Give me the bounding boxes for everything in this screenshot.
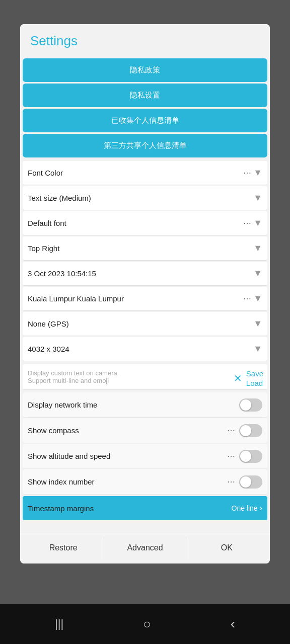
datetime-caret-icon: ▼ xyxy=(253,268,262,279)
save-link[interactable]: Save xyxy=(246,369,263,378)
location-row[interactable]: Kuala Lumpur Kuala Lumpur⋯▼ xyxy=(23,287,267,311)
default-font-dots-icon[interactable]: ⋯ xyxy=(243,218,251,228)
position-row[interactable]: Top Right▼ xyxy=(23,236,267,261)
custom-text-area[interactable]: Display custom text on camera Support mu… xyxy=(23,364,267,390)
location-label: Kuala Lumpur Kuala Lumpur xyxy=(28,294,241,303)
custom-text-actions: ✕ Save Load xyxy=(234,369,263,387)
network-time-row: Display network time xyxy=(23,392,267,418)
custom-text-close[interactable]: ✕ xyxy=(234,372,242,384)
timestamp-label: Timestamp margins xyxy=(28,504,232,513)
datetime-row[interactable]: 3 Oct 2023 10:54:15▼ xyxy=(23,262,267,286)
datetime-label: 3 Oct 2023 10:54:15 xyxy=(28,269,251,278)
show-compass-dots-icon[interactable]: ⋯ xyxy=(227,426,235,435)
timestamp-value: One line xyxy=(232,504,258,512)
nav-bar: ||| ○ ‹ xyxy=(0,604,290,644)
gps-label: None (GPS) xyxy=(28,319,251,328)
policy-buttons-area: 隐私政策隐私设置已收集个人信息清单第三方共享个人信息清单 xyxy=(20,54,270,160)
privacy-policy-button[interactable]: 隐私政策 xyxy=(23,58,267,82)
gps-caret-icon: ▼ xyxy=(253,318,262,329)
resolution-row[interactable]: 4032 x 3024▼ xyxy=(23,337,267,361)
dialog-footer: Restore Advanced OK xyxy=(20,532,270,564)
restore-button[interactable]: Restore xyxy=(23,536,104,559)
network-time-toggle[interactable] xyxy=(239,398,262,412)
dialog-scroll: 隐私政策隐私设置已收集个人信息清单第三方共享个人信息清单 Font Color⋯… xyxy=(20,54,270,532)
text-size-caret-icon: ▼ xyxy=(253,193,262,203)
gps-row[interactable]: None (GPS)▼ xyxy=(23,312,267,336)
altitude-speed-row: Show altitude and speed⋯ xyxy=(23,444,267,469)
location-caret-icon: ▼ xyxy=(253,293,262,304)
show-compass-row: Show compass⋯ xyxy=(23,418,267,443)
show-compass-toggle[interactable] xyxy=(239,424,262,437)
text-size-label: Text size (Medium) xyxy=(28,194,251,202)
settings-rows: Font Color⋯▼Text size (Medium)▼Default f… xyxy=(20,160,270,362)
index-number-row: Show index number⋯ xyxy=(23,469,267,495)
timestamp-chevron-icon: › xyxy=(260,504,262,513)
font-color-caret-icon: ▼ xyxy=(253,168,262,178)
resolution-label: 4032 x 3024 xyxy=(28,345,251,353)
third-party-info-button[interactable]: 第三方共享个人信息清单 xyxy=(23,134,267,157)
default-font-label: Default font xyxy=(28,219,241,227)
font-color-row[interactable]: Font Color⋯▼ xyxy=(23,161,267,185)
font-color-label: Font Color xyxy=(28,169,241,177)
default-font-caret-icon: ▼ xyxy=(253,218,262,228)
save-load-col: Save Load xyxy=(246,369,263,387)
network-time-label: Display network time xyxy=(28,400,239,409)
load-link[interactable]: Load xyxy=(246,379,263,387)
index-number-toggle[interactable] xyxy=(239,475,262,489)
timestamp-row[interactable]: Timestamp margins One line › xyxy=(23,496,267,520)
nav-home-icon[interactable]: ○ xyxy=(143,616,151,632)
altitude-speed-dots-icon[interactable]: ⋯ xyxy=(227,451,235,461)
nav-back-icon[interactable]: ‹ xyxy=(231,616,235,632)
toggle-rows: Display network timeShow compass⋯Show al… xyxy=(20,392,270,495)
position-caret-icon: ▼ xyxy=(253,243,262,254)
dialog-title: Settings xyxy=(30,33,78,48)
index-number-dots-icon[interactable]: ⋯ xyxy=(227,477,235,487)
index-number-label: Show index number xyxy=(28,477,227,486)
text-size-row[interactable]: Text size (Medium)▼ xyxy=(23,186,267,210)
resolution-caret-icon: ▼ xyxy=(253,344,262,354)
altitude-speed-label: Show altitude and speed xyxy=(28,452,227,460)
show-compass-label: Show compass xyxy=(28,426,227,435)
advanced-button[interactable]: Advanced xyxy=(104,536,185,559)
location-dots-icon[interactable]: ⋯ xyxy=(243,294,251,303)
settings-dialog: Settings 隐私政策隐私设置已收集个人信息清单第三方共享个人信息清单 Fo… xyxy=(20,24,270,564)
altitude-speed-toggle[interactable] xyxy=(239,450,262,463)
privacy-settings-button[interactable]: 隐私设置 xyxy=(23,84,267,107)
ok-button[interactable]: OK xyxy=(186,536,267,559)
collected-info-button[interactable]: 已收集个人信息清单 xyxy=(23,109,267,132)
font-color-dots-icon[interactable]: ⋯ xyxy=(243,168,251,178)
dialog-header: Settings xyxy=(20,24,270,54)
custom-text-placeholder: Display custom text on camera Support mu… xyxy=(28,369,262,384)
nav-menu-icon[interactable]: ||| xyxy=(55,617,63,630)
position-label: Top Right xyxy=(28,244,251,253)
default-font-row[interactable]: Default font⋯▼ xyxy=(23,211,267,235)
